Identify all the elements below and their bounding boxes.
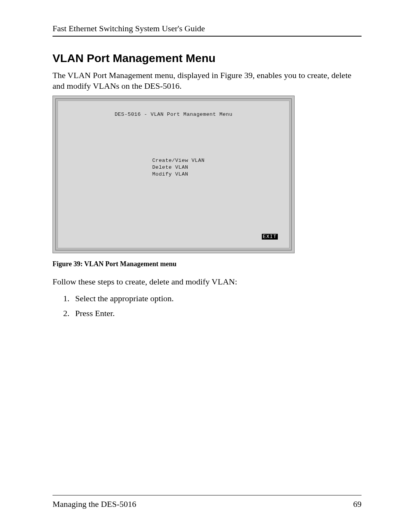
list-item: 1. Select the appropriate option. [63,292,362,305]
list-number: 2. [63,307,73,320]
intro-paragraph: The VLAN Port Management menu, displayed… [53,70,362,91]
terminal-menu-item: Modify VLAN [152,171,205,178]
footer-page-number: 69 [353,499,362,509]
footer-section-name: Managing the DES-5016 [53,499,136,509]
list-item: 2. Press Enter. [63,307,362,320]
steps-intro: Follow these steps to create, delete and… [53,276,362,287]
terminal-menu-item: Delete VLAN [152,164,205,171]
running-head: Fast Ethernet Switching System User's Gu… [53,24,362,37]
terminal-menu: Create/View VLAN Delete VLAN Modify VLAN [152,157,205,178]
terminal-border-outer: DES-5016 - VLAN Port Management Menu Cre… [55,98,292,251]
figure-caption: Figure 39: VLAN Port Management menu [53,260,362,268]
page: Fast Ethernet Switching System User's Gu… [0,0,411,532]
page-footer: Managing the DES-5016 69 [53,495,362,509]
steps-list: 1. Select the appropriate option. 2. Pre… [63,292,362,320]
section-title: VLAN Port Management Menu [53,52,362,65]
terminal-screenshot: DES-5016 - VLAN Port Management Menu Cre… [53,96,295,253]
terminal-title: DES-5016 - VLAN Port Management Menu [58,112,289,117]
terminal-menu-item: Create/View VLAN [152,157,205,164]
terminal-exit-button: EXIT [262,234,278,240]
list-number: 1. [63,292,73,305]
list-text: Press Enter. [75,308,115,318]
list-text: Select the appropriate option. [75,294,174,303]
terminal-screen: DES-5016 - VLAN Port Management Menu Cre… [57,101,290,248]
